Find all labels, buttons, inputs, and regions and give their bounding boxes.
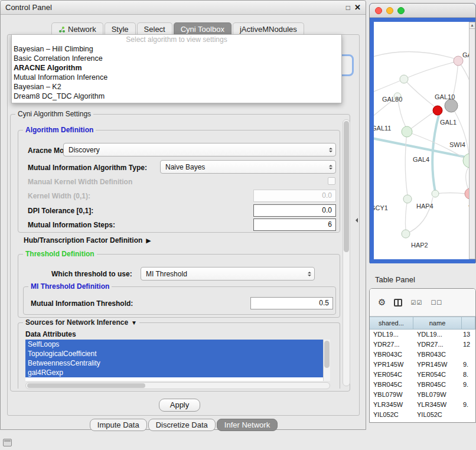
- table-row[interactable]: YPR145WYPR145W9.: [370, 360, 475, 370]
- minimize-traffic-light[interactable]: [386, 7, 393, 14]
- control-panel-window: Control Panel □ ✕ Network Style Select C…: [0, 0, 366, 430]
- tab-label: Select: [144, 25, 165, 34]
- mi-steps-field[interactable]: 6: [253, 219, 336, 231]
- data-attribute-item[interactable]: gal4RGexp: [25, 368, 323, 377]
- algorithm-popup-item[interactable]: Bayesian – Hill Climbing: [12, 44, 341, 54]
- data-attribute-item[interactable]: SelfLoops: [25, 340, 323, 349]
- tab-network[interactable]: Network: [51, 22, 103, 35]
- table-row[interactable]: YLR345WYLR345W9.: [370, 400, 475, 410]
- data-attributes-list[interactable]: SelfLoopsTopologicalCoefficientBetweenne…: [25, 340, 330, 381]
- tab-cyni-toolbox[interactable]: Cyni Toolbox: [174, 22, 232, 35]
- dpi-tolerance-field[interactable]: 0.0: [253, 204, 336, 217]
- network-node[interactable]: [403, 195, 412, 203]
- data-attribute-item[interactable]: BetweennessCentrality: [25, 358, 323, 368]
- algorithm-popup-item[interactable]: Mutual Information Inference: [12, 73, 341, 82]
- close-traffic-light[interactable]: [375, 7, 382, 14]
- table-cell: YIL052C: [370, 410, 413, 420]
- column-header-name[interactable]: name: [413, 317, 462, 330]
- algorithm-definition-legend: Algorithm Definition: [23, 126, 96, 134]
- table-row[interactable]: YIL052CYIL052C: [370, 410, 475, 420]
- table-row[interactable]: YBR043CYBR043C: [370, 350, 475, 360]
- threshold-definition-group: Threshold Definition Which threshold to …: [18, 254, 340, 318]
- tab-impute-data[interactable]: Impute Data: [90, 419, 147, 431]
- table-row[interactable]: YDL19...YDL19...13: [370, 330, 475, 340]
- collapsed-arrow-icon: ▶: [146, 237, 151, 244]
- scrollbar-thumb[interactable]: [344, 121, 349, 252]
- table-cell: [462, 410, 475, 420]
- tab-style[interactable]: Style: [105, 22, 136, 35]
- expanded-arrow-icon: ▼: [131, 319, 137, 326]
- column-header-shared[interactable]: shared...: [370, 317, 413, 330]
- network-node[interactable]: [433, 106, 442, 115]
- gear-icon[interactable]: ⚙: [378, 297, 386, 308]
- sources-group: Sources for Network Inference ▼ Data Att…: [18, 322, 340, 389]
- table-cell: YER054C: [370, 370, 413, 380]
- table-cell: YBR045C: [413, 380, 462, 390]
- settings-scrollbar[interactable]: [343, 119, 350, 386]
- attributes-horizontal-scrollbar[interactable]: [25, 382, 330, 389]
- table-row[interactable]: YDR27...YDR27...12: [370, 340, 475, 350]
- tab-select[interactable]: Select: [137, 22, 172, 35]
- table-cell: 8.: [462, 370, 475, 380]
- aracne-mode-select[interactable]: Discovery: [63, 143, 336, 156]
- kernel-width-field[interactable]: 0.0: [253, 190, 336, 202]
- close-icon[interactable]: ✕: [354, 3, 361, 12]
- table-row[interactable]: YBL079WYBL079W: [370, 390, 475, 400]
- attributes-vertical-scrollbar[interactable]: [323, 340, 330, 381]
- hub-definition-header[interactable]: Hub/Transcription Factor Definition ▶: [24, 236, 151, 244]
- control-panel-titlebar: Control Panel □ ✕: [1, 1, 366, 15]
- network-canvas[interactable]: GALGAL80GAL10GAL11GAL1SWI4GAL4GCY1HAP4HA…: [374, 22, 470, 259]
- algorithm-popup-item[interactable]: ARACNE Algorithm: [12, 63, 341, 73]
- network-frame: GALGAL80GAL10GAL11GAL1SWI4GAL4GCY1HAP4HA…: [370, 18, 475, 263]
- algorithm-popup-item[interactable]: Basic Correlation Inference: [12, 54, 341, 63]
- network-node[interactable]: [454, 56, 463, 66]
- table-cell: YBR043C: [413, 350, 462, 360]
- network-node[interactable]: [432, 190, 439, 197]
- threshold-definition-legend: Threshold Definition: [23, 250, 97, 258]
- columns-icon[interactable]: [394, 299, 402, 306]
- settings-legend: Cyni Algorithm Settings: [15, 110, 93, 118]
- manual-kernel-width-checkbox[interactable]: [328, 177, 335, 185]
- network-vertical-scrollbar[interactable]: ▲: [469, 22, 475, 259]
- data-attribute-item[interactable]: TopologicalCoefficient: [25, 349, 323, 358]
- which-threshold-select[interactable]: MI Threshold: [141, 267, 315, 281]
- algorithm-popup-item[interactable]: Dream8 DC_TDC Algorithm: [12, 92, 341, 101]
- network-view-window: GALGAL80GAL10GAL11GAL1SWI4GAL4GCY1HAP4HA…: [369, 3, 476, 263]
- network-node[interactable]: [402, 126, 412, 137]
- splitter-collapse-icon[interactable]: [353, 218, 358, 223]
- network-edge: [374, 79, 404, 93]
- network-node[interactable]: [445, 99, 458, 112]
- float-window-icon[interactable]: □: [346, 4, 350, 12]
- tab-discretize-data[interactable]: Discretize Data: [148, 419, 216, 431]
- scrollbar-thumb[interactable]: [324, 341, 330, 368]
- tab-jactivemnodules[interactable]: jActiveMNodules: [233, 22, 304, 35]
- network-node-label: HAP2: [411, 242, 428, 249]
- network-node[interactable]: [402, 230, 410, 238]
- column-header-partial[interactable]: [462, 317, 475, 330]
- mi-threshold-field[interactable]: 0.5: [250, 297, 333, 309]
- apply-button[interactable]: Apply: [159, 399, 200, 412]
- zoom-traffic-light[interactable]: [397, 7, 405, 14]
- table-cell: 9.: [462, 400, 475, 410]
- deselect-all-boxes-icon[interactable]: ☐☐: [431, 299, 442, 306]
- table-cell: YBL079W: [413, 390, 462, 400]
- scroll-up-arrow-icon[interactable]: ▲: [470, 22, 475, 29]
- tab-infer-network[interactable]: Infer Network: [217, 419, 278, 431]
- sources-legend-wrap[interactable]: Sources for Network Inference ▼: [23, 318, 139, 327]
- select-all-checks-icon[interactable]: ☑☑: [410, 299, 422, 306]
- table-toolbar: ⚙ ☑☑ ☐☐: [370, 289, 475, 317]
- mi-algorithm-type-select[interactable]: Naive Bayes: [160, 160, 336, 174]
- algorithm-dropdown-popup: Select algorithm to view settings Bayesi…: [11, 34, 342, 103]
- network-node-label: GAL80: [382, 96, 402, 103]
- table-cell: YDL19...: [413, 330, 462, 340]
- table-row[interactable]: YER054CYER054C8.: [370, 370, 475, 380]
- table-row[interactable]: YBR045CYBR045C9.: [370, 380, 475, 390]
- tab-label: Style: [112, 25, 129, 34]
- network-node[interactable]: [400, 75, 408, 83]
- network-edge: [405, 199, 407, 230]
- scrollbar-thumb[interactable]: [27, 383, 145, 388]
- minimized-panel-icon[interactable]: [3, 439, 12, 446]
- dpi-tolerance-label: DPI Tolerance [0,1]:: [28, 207, 93, 215]
- combo-value: Discovery: [69, 146, 100, 154]
- algorithm-popup-item[interactable]: Bayesian – K2: [12, 82, 341, 92]
